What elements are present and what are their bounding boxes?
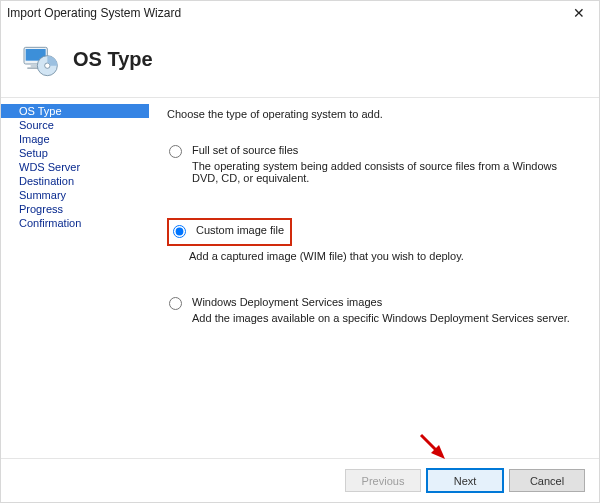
option-wds-desc: Add the images available on a specific W… bbox=[192, 312, 570, 324]
option-custom-desc: Add a captured image (WIM file) that you… bbox=[189, 250, 587, 262]
wizard-footer: Previous Next Cancel bbox=[1, 458, 599, 502]
highlight-custom-image: Custom image file bbox=[167, 218, 292, 246]
wizard-steps-sidebar: OS Type Source Image Setup WDS Server De… bbox=[1, 98, 149, 458]
titlebar: Import Operating System Wizard ✕ bbox=[1, 1, 599, 25]
page-title: OS Type bbox=[73, 48, 153, 71]
sidebar-item-wds-server[interactable]: WDS Server bbox=[1, 160, 149, 174]
option-full-desc: The operating system being added consist… bbox=[192, 160, 585, 184]
next-button[interactable]: Next bbox=[427, 469, 503, 492]
sidebar-item-os-type[interactable]: OS Type bbox=[1, 104, 149, 118]
radio-custom-image[interactable] bbox=[173, 225, 186, 238]
wizard-main-pane: Choose the type of operating system to a… bbox=[149, 98, 599, 458]
option-wds-title: Windows Deployment Services images bbox=[192, 296, 570, 308]
svg-point-5 bbox=[45, 63, 50, 68]
option-full-source[interactable]: Full set of source files The operating s… bbox=[167, 142, 587, 186]
previous-button: Previous bbox=[345, 469, 421, 492]
sidebar-item-image[interactable]: Image bbox=[1, 132, 149, 146]
close-icon[interactable]: ✕ bbox=[565, 5, 593, 21]
radio-full-source[interactable] bbox=[169, 145, 182, 158]
sidebar-item-destination[interactable]: Destination bbox=[1, 174, 149, 188]
sidebar-item-summary[interactable]: Summary bbox=[1, 188, 149, 202]
sidebar-item-progress[interactable]: Progress bbox=[1, 202, 149, 216]
option-custom-title: Custom image file bbox=[196, 224, 284, 236]
sidebar-item-confirmation[interactable]: Confirmation bbox=[1, 216, 149, 230]
radio-wds-images[interactable] bbox=[169, 297, 182, 310]
option-wds-images[interactable]: Windows Deployment Services images Add t… bbox=[167, 294, 587, 326]
sidebar-item-source[interactable]: Source bbox=[1, 118, 149, 132]
option-full-title: Full set of source files bbox=[192, 144, 585, 156]
cancel-button[interactable]: Cancel bbox=[509, 469, 585, 492]
sidebar-item-setup[interactable]: Setup bbox=[1, 146, 149, 160]
os-disc-icon bbox=[19, 39, 59, 79]
wizard-header: OS Type bbox=[1, 25, 599, 97]
instructions-text: Choose the type of operating system to a… bbox=[167, 108, 587, 120]
window-title: Import Operating System Wizard bbox=[7, 6, 181, 20]
option-custom-image[interactable]: Custom image file bbox=[171, 222, 286, 240]
